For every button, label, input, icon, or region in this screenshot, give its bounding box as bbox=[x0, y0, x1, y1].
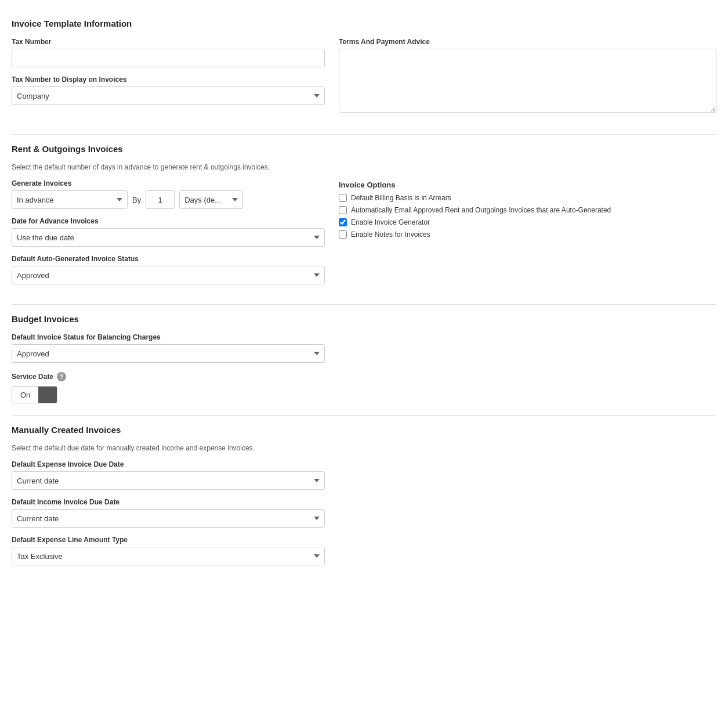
rent-outgoings-desc: Select the default number of days in adv… bbox=[12, 163, 716, 171]
income-due-date-label: Default Income Invoice Due Date bbox=[12, 498, 325, 506]
tax-number-group: Tax Number bbox=[12, 38, 325, 67]
terms-group: Terms And Payment Advice bbox=[339, 38, 716, 114]
manually-created-section: Manually Created Invoices Select the def… bbox=[12, 416, 716, 585]
checkbox-auto-email-label: Automatically Email Approved Rent and Ou… bbox=[351, 206, 611, 214]
expense-line-amount-select[interactable]: Tax Exclusive Tax Inclusive No Tax bbox=[12, 547, 325, 565]
toggle-on-label: On bbox=[12, 388, 38, 402]
by-label: By bbox=[132, 196, 141, 204]
expense-line-amount-label: Default Expense Line Amount Type bbox=[12, 536, 325, 544]
tax-number-display-group: Tax Number to Display on Invoices Compan… bbox=[12, 75, 325, 105]
auto-generated-status-label: Default Auto-Generated Invoice Status bbox=[12, 255, 325, 263]
service-date-toggle[interactable]: On bbox=[12, 386, 57, 403]
service-date-help-icon[interactable]: ? bbox=[57, 372, 66, 381]
generate-invoices-row: In advance In arrears By Days (de... Wee… bbox=[12, 190, 325, 209]
date-advance-label: Date for Advance Invoices bbox=[12, 217, 325, 225]
auto-generated-status-select[interactable]: Approved Draft Pending bbox=[12, 266, 325, 284]
generate-invoices-select[interactable]: In advance In arrears bbox=[12, 190, 128, 209]
invoice-options-title: Invoice Options bbox=[339, 181, 716, 189]
tax-number-input[interactable] bbox=[12, 49, 325, 67]
tax-number-display-label: Tax Number to Display on Invoices bbox=[12, 75, 325, 84]
income-due-date-select[interactable]: Current date Invoice date None bbox=[12, 509, 325, 528]
date-advance-select[interactable]: Use the due date Start of period End of … bbox=[12, 228, 325, 247]
terms-textarea[interactable] bbox=[339, 49, 716, 113]
expense-due-date-select[interactable]: Current date Invoice date None bbox=[12, 471, 325, 490]
manually-created-desc: Select the default due date for manually… bbox=[12, 444, 716, 452]
checkbox-enable-notes-label: Enable Notes for Invoices bbox=[351, 230, 430, 239]
tax-number-display-select[interactable]: Company Individual None bbox=[12, 86, 325, 105]
rent-outgoings-section: Rent & Outgoings Invoices Select the def… bbox=[12, 135, 716, 305]
date-advance-group: Date for Advance Invoices Use the due da… bbox=[12, 217, 325, 247]
checkbox-enable-generator-label: Enable Invoice Generator bbox=[351, 218, 430, 226]
service-date-label-row: Service Date ? bbox=[12, 372, 325, 381]
checkbox-enable-notes[interactable] bbox=[339, 230, 347, 239]
balancing-status-label: Default Invoice Status for Balancing Cha… bbox=[12, 333, 325, 341]
checkbox-billing-basis-item: Default Billing Basis is in Arrears bbox=[339, 194, 716, 202]
generate-invoices-label: Generate Invoices bbox=[12, 179, 325, 187]
expense-due-date-label: Default Expense Invoice Due Date bbox=[12, 460, 325, 468]
service-date-section: Service Date ? On bbox=[12, 372, 325, 403]
invoice-options: Invoice Options Default Billing Basis is… bbox=[339, 181, 716, 293]
auto-generated-status-group: Default Auto-Generated Invoice Status Ap… bbox=[12, 255, 325, 284]
rent-outgoings-title: Rent & Outgoings Invoices bbox=[12, 144, 716, 154]
checkbox-billing-basis[interactable] bbox=[339, 194, 347, 202]
tax-number-label: Tax Number bbox=[12, 38, 325, 46]
budget-invoices-title: Budget Invoices bbox=[12, 314, 716, 324]
manually-created-title: Manually Created Invoices bbox=[12, 425, 716, 435]
invoice-template-section: Invoice Template Information Tax Number … bbox=[12, 9, 716, 135]
checkbox-billing-basis-label: Default Billing Basis is in Arrears bbox=[351, 194, 451, 202]
invoice-template-left: Tax Number Tax Number to Display on Invo… bbox=[12, 38, 325, 122]
expense-due-date-group: Default Expense Invoice Due Date Current… bbox=[12, 460, 325, 490]
manually-created-left: Default Expense Invoice Due Date Current… bbox=[12, 460, 325, 573]
service-date-label: Service Date bbox=[12, 373, 53, 381]
checkbox-auto-email[interactable] bbox=[339, 206, 347, 214]
balancing-status-group: Default Invoice Status for Balancing Cha… bbox=[12, 333, 325, 363]
invoice-template-title: Invoice Template Information bbox=[12, 19, 716, 28]
rent-outgoings-left: Generate Invoices In advance In arrears … bbox=[12, 179, 325, 293]
budget-invoices-section: Budget Invoices Default Invoice Status f… bbox=[12, 305, 716, 416]
checkbox-enable-generator-item: Enable Invoice Generator bbox=[339, 218, 716, 226]
expense-line-amount-group: Default Expense Line Amount Type Tax Exc… bbox=[12, 536, 325, 565]
invoice-template-right: Terms And Payment Advice bbox=[339, 38, 716, 122]
checkbox-enable-generator[interactable] bbox=[339, 218, 347, 226]
days-select[interactable]: Days (de... Weeks Months bbox=[179, 190, 243, 209]
checkbox-enable-notes-item: Enable Notes for Invoices bbox=[339, 230, 716, 239]
checkbox-auto-email-item: Automatically Email Approved Rent and Ou… bbox=[339, 206, 716, 214]
terms-label: Terms And Payment Advice bbox=[339, 38, 716, 46]
income-due-date-group: Default Income Invoice Due Date Current … bbox=[12, 498, 325, 528]
days-number-input[interactable] bbox=[146, 190, 175, 209]
balancing-status-select[interactable]: Approved Draft Pending bbox=[12, 344, 325, 363]
generate-invoices-group: Generate Invoices In advance In arrears … bbox=[12, 179, 325, 209]
toggle-switch[interactable] bbox=[38, 387, 57, 403]
budget-left: Default Invoice Status for Balancing Cha… bbox=[12, 333, 325, 403]
